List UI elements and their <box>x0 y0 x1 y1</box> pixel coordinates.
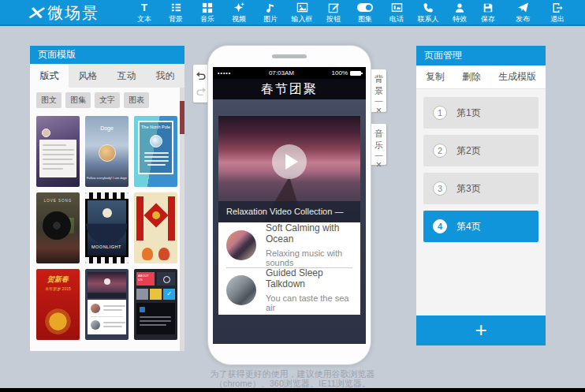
mini-list <box>88 300 126 334</box>
page-item-1[interactable]: 1 第1页 <box>423 97 538 129</box>
phone-icon <box>423 2 434 13</box>
ocean-thumbnail <box>226 230 256 260</box>
list-item[interactable]: Soft Calming with Ocean Relaxing music w… <box>218 222 360 267</box>
template-scrollbar[interactable] <box>180 88 184 351</box>
page-item-4[interactable]: 4 第4页 <box>423 211 538 242</box>
page-manager-actions: 复制 删除 生成模版 <box>416 65 546 89</box>
filter-text[interactable]: 文字 <box>95 92 120 108</box>
tool-text[interactable]: T 文本 <box>129 0 160 26</box>
mini-video <box>88 272 126 293</box>
template-new-year-couplets[interactable] <box>134 192 177 263</box>
collapse-handle[interactable]: — <box>375 152 383 159</box>
tool-gallery[interactable]: 图集 <box>349 0 381 26</box>
magic-star-icon <box>233 2 245 13</box>
right-couplet <box>168 196 175 241</box>
collapse-handle[interactable]: — <box>375 98 383 104</box>
battery-icon <box>350 71 361 76</box>
check-tile: ✓ <box>163 289 175 300</box>
tool-button[interactable]: 按钮 <box>318 0 349 26</box>
tab-layout[interactable]: 版式 <box>30 64 69 88</box>
edit-icon <box>328 2 340 13</box>
copy-button[interactable]: 复制 <box>426 70 445 84</box>
template-panel: 页面模版 版式 风格 互动 我的 图文 图集 文字 图表 Doge Follow… <box>30 46 184 351</box>
tab-style[interactable]: 风格 <box>69 64 107 88</box>
template-video-collection[interactable] <box>85 269 129 340</box>
toolbar-actions: 保存 发布 退出 <box>475 0 571 26</box>
bottom-bar <box>0 388 585 392</box>
image-icon <box>296 2 308 13</box>
night-scene: MOONLIGHT <box>88 200 126 256</box>
headphone-tile <box>136 289 148 300</box>
signal-dots-icon: ••••• <box>218 70 231 76</box>
phone-speaker <box>272 54 307 58</box>
left-couplet <box>136 196 143 241</box>
tool-video[interactable]: 视频 <box>223 0 255 26</box>
close-icon[interactable]: × <box>376 161 382 170</box>
tool-music[interactable]: 音乐 <box>192 0 223 26</box>
save-icon <box>483 2 494 13</box>
exit-icon <box>552 2 563 13</box>
tool-telephone[interactable]: 电话 <box>381 0 412 26</box>
tool-input-box[interactable]: 输入框 <box>286 0 318 26</box>
list-item[interactable]: Guided Sleep Talkdown You can taste the … <box>218 267 360 312</box>
play-button[interactable] <box>272 144 307 179</box>
generate-template-button[interactable]: 生成模版 <box>498 70 536 84</box>
page-manager-panel: 页面管理 复制 删除 生成模版 1 第1页 2 第2页 3 第3页 4 第4页 … <box>416 46 546 345</box>
page-title[interactable]: 春节团聚 <box>213 79 366 99</box>
template-moonlight[interactable]: MOONLIGHT <box>85 192 129 263</box>
template-north-pole[interactable]: The North Pole <box>134 116 177 187</box>
video-block[interactable]: Relaxation Video Collection — <box>218 116 360 222</box>
gold-seal <box>152 211 160 219</box>
template-purple-profile[interactable] <box>36 116 80 187</box>
video-caption: Relaxation Video Collection — <box>218 201 360 222</box>
tool-effects[interactable]: 特效 <box>444 0 475 26</box>
filter-gallery[interactable]: 图集 <box>65 92 91 108</box>
undo-icon[interactable] <box>196 70 207 81</box>
music-layer-tab[interactable]: 音 乐 — × <box>371 124 386 165</box>
logo-x-icon: ✕ <box>25 4 44 23</box>
add-page-button[interactable]: + <box>416 315 546 345</box>
child-figure <box>158 248 170 260</box>
tool-background[interactable]: 背景 <box>160 0 192 26</box>
background-layer-tab[interactable]: 背 景 — × <box>371 69 386 112</box>
phone-screen[interactable]: ••••• 07:03AM 100% 春节团聚 Relaxation Video… <box>213 67 366 344</box>
close-icon[interactable]: × <box>376 106 382 115</box>
tab-mine[interactable]: 我的 <box>146 64 184 88</box>
chat-tile <box>150 289 162 300</box>
card-frame: The North Pole <box>138 121 173 174</box>
exit-button[interactable]: 退出 <box>544 0 571 26</box>
status-time: 07:03AM <box>231 69 331 77</box>
avatar <box>42 129 50 137</box>
toggle-icon <box>357 2 373 13</box>
music-note-icon <box>265 2 276 13</box>
page-item-3[interactable]: 3 第3页 <box>423 173 538 204</box>
tool-picture[interactable]: 图片 <box>255 0 286 26</box>
status-bar: ••••• 07:03AM 100% <box>213 67 366 79</box>
top-toolbar: ✕ 微场景 T 文本 背景 音乐 视频 <box>0 0 585 26</box>
template-dark-tiles[interactable]: ABOUT US ✓ <box>134 269 177 340</box>
filter-image-text[interactable]: 图文 <box>36 92 61 108</box>
page-list: 1 第1页 2 第2页 3 第3页 4 第4页 <box>416 89 546 256</box>
send-icon <box>517 2 529 13</box>
scrollbar-thumb[interactable] <box>180 101 184 134</box>
toolbar-tools: T 文本 背景 音乐 视频 图片 <box>129 0 475 26</box>
publish-button[interactable]: 发布 <box>509 0 536 26</box>
template-he-xin-chun[interactable]: 贺新春 羊年贺岁 2015 <box>36 269 80 340</box>
tool-contacts[interactable]: 联系人 <box>412 0 444 26</box>
person-icon <box>454 2 465 13</box>
save-button[interactable]: 保存 <box>475 0 501 26</box>
tab-interactive[interactable]: 互动 <box>107 64 146 88</box>
filter-chart[interactable]: 图表 <box>124 92 149 108</box>
battery-percent: 100% <box>332 69 348 77</box>
child-figure <box>142 248 153 260</box>
template-panel-title: 页面模版 <box>30 46 184 64</box>
text-card <box>39 140 76 177</box>
template-tabs: 版式 风格 互动 我的 <box>30 64 184 88</box>
template-doge[interactable]: Doge Follow everybody! I am doge <box>85 116 129 187</box>
delete-button[interactable]: 删除 <box>462 70 481 84</box>
redo-icon[interactable] <box>196 86 207 97</box>
template-love-song[interactable]: LOVE SONG <box>36 192 80 263</box>
page-item-2[interactable]: 2 第2页 <box>423 135 538 166</box>
template-grid: Doge Follow everybody! I am doge The Nor… <box>30 111 184 345</box>
app-logo: ✕ 微场景 <box>27 2 99 24</box>
